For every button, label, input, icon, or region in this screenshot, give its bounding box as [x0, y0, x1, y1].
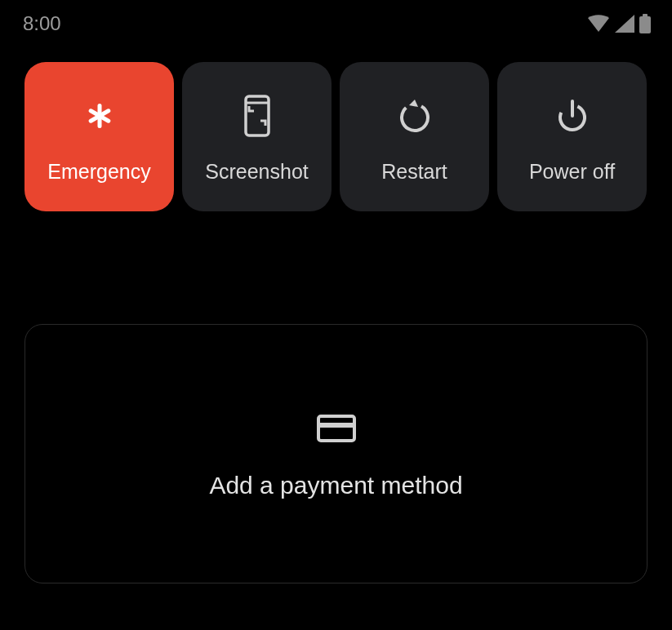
emergency-label: Emergency — [47, 160, 150, 184]
power-menu-row: Emergency Screenshot Restart — [0, 44, 672, 211]
wifi-icon — [587, 15, 610, 33]
status-bar: 8:00 — [0, 0, 672, 44]
screenshot-label: Screenshot — [205, 160, 308, 184]
emergency-button[interactable]: Emergency — [24, 62, 174, 211]
status-time: 8:00 — [23, 12, 61, 35]
add-payment-label: Add a payment method — [209, 472, 462, 499]
battery-icon — [639, 14, 651, 33]
svg-rect-10 — [318, 416, 354, 441]
power-icon — [546, 90, 599, 142]
add-payment-panel[interactable]: Add a payment method — [24, 324, 648, 583]
asterisk-icon — [73, 90, 126, 142]
power-off-label: Power off — [529, 160, 615, 184]
signal-icon — [615, 15, 634, 33]
screenshot-icon — [231, 90, 283, 142]
power-off-button[interactable]: Power off — [497, 62, 647, 211]
restart-icon — [389, 90, 441, 142]
restart-button[interactable]: Restart — [340, 62, 489, 211]
status-icons — [587, 14, 651, 33]
svg-rect-1 — [643, 14, 648, 17]
svg-rect-11 — [318, 423, 354, 428]
credit-card-icon — [316, 408, 357, 449]
svg-rect-0 — [639, 16, 651, 33]
screenshot-button[interactable]: Screenshot — [182, 62, 332, 211]
restart-label: Restart — [381, 160, 447, 184]
